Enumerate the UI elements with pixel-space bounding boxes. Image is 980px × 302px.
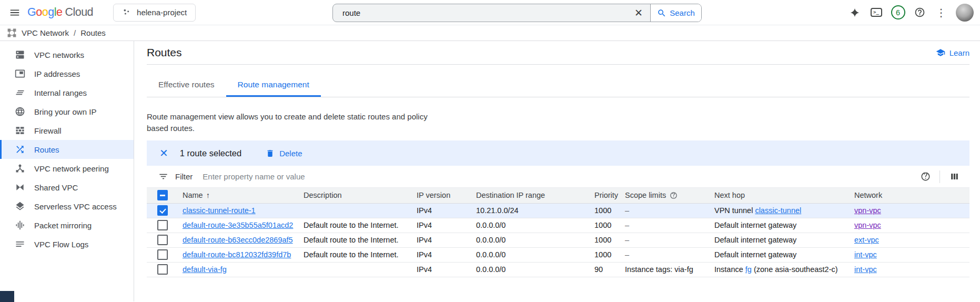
route-scope: Instance tags: via-fg — [619, 262, 708, 277]
menu-icon[interactable] — [4, 2, 25, 23]
sidebar-item-label: Firewall — [34, 126, 62, 135]
next-hop-link[interactable]: fg — [745, 265, 752, 274]
search-button[interactable]: Search — [650, 4, 701, 22]
select-all-checkbox[interactable] — [157, 190, 168, 200]
clear-search-icon[interactable]: ✕ — [630, 5, 647, 22]
sidebar-item-packet-mirroring[interactable]: Packet mirroring — [0, 216, 134, 235]
sidebar-item-serverless-vpc-access[interactable]: Serverless VPC access — [0, 197, 134, 216]
project-selector[interactable]: helena-project — [113, 4, 196, 22]
vpc-network-icon — [7, 28, 17, 38]
breadcrumb-separator: / — [74, 28, 76, 37]
firewall-icon — [15, 125, 25, 136]
selection-bar: ✕ 1 route selected Delete — [147, 140, 969, 166]
help-icon[interactable] — [909, 2, 930, 23]
route-name-link[interactable]: default-route-b63ecc0de2869af5 — [183, 236, 293, 244]
network-link[interactable]: vpn-vpc — [854, 221, 881, 229]
sidebar-item-label: Serverless VPC access — [34, 202, 117, 211]
cloud-shell-icon[interactable]: >_ — [866, 2, 887, 23]
row-checkbox[interactable] — [157, 249, 168, 260]
sidebar-item-label: VPC networks — [34, 51, 84, 59]
network-link[interactable]: int-vpc — [854, 250, 877, 259]
internal-ranges-icon — [15, 87, 25, 98]
logo-letter: o — [36, 6, 42, 18]
tab-route-management[interactable]: Route management — [226, 72, 321, 97]
column-header-dest-range[interactable]: Destination IP range — [470, 188, 588, 203]
more-menu-icon[interactable]: ⋮ — [931, 2, 952, 23]
google-cloud-logo[interactable]: Google Cloud — [27, 6, 93, 19]
sidebar-item-label: Packet mirroring — [34, 221, 92, 230]
page-title: Routes — [147, 46, 182, 59]
route-name-link[interactable]: classic-tunnel-route-1 — [183, 206, 256, 215]
sidebar-item-internal-ranges[interactable]: Internal ranges — [0, 83, 134, 102]
route-description — [297, 262, 410, 277]
route-name-link[interactable]: default-route-3e35b55a5f01acd2 — [183, 221, 293, 229]
user-avatar[interactable] — [956, 4, 974, 22]
gemini-icon[interactable] — [844, 2, 865, 23]
sidebar-item-label: Internal ranges — [34, 88, 87, 97]
route-scope: – — [619, 203, 708, 218]
column-header-priority[interactable]: Priority — [588, 188, 619, 203]
column-header-ip-version[interactable]: IP version — [410, 188, 470, 203]
route-name-link[interactable]: default-route-bc812032fd39fd7b — [183, 250, 291, 259]
row-checkbox[interactable] — [157, 235, 168, 245]
route-next-hop: Default internet gateway — [708, 247, 848, 262]
filter-label: Filter — [175, 172, 193, 181]
route-ip-version: IPv4 — [410, 262, 470, 277]
route-description — [297, 203, 410, 218]
next-hop-link[interactable]: classic-tunnel — [755, 206, 801, 215]
filter-icon — [158, 172, 168, 182]
ip-addresses-icon — [15, 68, 25, 79]
column-display-icon[interactable] — [945, 168, 963, 186]
route-ip-version: IPv4 — [410, 247, 470, 262]
row-checkbox[interactable] — [157, 264, 168, 275]
shared-vpc-icon — [15, 182, 25, 193]
row-checkbox[interactable] — [157, 205, 168, 216]
route-priority: 1000 — [588, 218, 619, 233]
search-input[interactable] — [341, 8, 630, 18]
project-icon — [122, 8, 131, 17]
sidebar-item-vpc-network-peering[interactable]: VPC network peering — [0, 159, 134, 178]
route-description: Default route to the Internet. — [297, 247, 410, 262]
sidebar-item-label: IP addresses — [34, 69, 80, 78]
network-link[interactable]: int-vpc — [854, 265, 877, 274]
tab-effective-routes[interactable]: Effective routes — [147, 72, 226, 97]
sidebar-item-vpc-flow-logs[interactable]: VPC Flow Logs — [0, 235, 134, 254]
main-content: Routes Learn Effective routes Route mana… — [134, 41, 980, 301]
filter-bar: Filter — [147, 166, 969, 188]
sidebar-item-routes[interactable]: Routes — [0, 140, 134, 159]
route-dest-range: 0.0.0.0/0 — [470, 247, 588, 262]
column-header-scope-limits[interactable]: Scope limits — [619, 188, 708, 203]
row-checkbox[interactable] — [157, 220, 168, 230]
filter-help-icon[interactable] — [916, 168, 934, 186]
table-header-row: Name↑ Description IP version Destination… — [147, 188, 969, 203]
sidebar-item-vpc-networks[interactable]: VPC networks — [0, 45, 134, 64]
filter-input[interactable] — [201, 172, 916, 182]
scope-limits-help-icon[interactable] — [670, 192, 678, 199]
column-header-next-hop[interactable]: Next hop — [708, 188, 848, 203]
network-link[interactable]: vpn-vpc — [854, 206, 881, 215]
table-row: default-route-3e35b55a5f01acd2 Default r… — [147, 218, 969, 233]
learn-button[interactable]: Learn — [936, 48, 969, 57]
search-button-label: Search — [670, 8, 695, 17]
sidebar-item-firewall[interactable]: Firewall — [0, 121, 134, 140]
globe-icon — [15, 106, 25, 117]
column-header-network[interactable]: Network — [848, 188, 969, 203]
session-count-badge[interactable]: 6 — [887, 2, 908, 23]
route-ip-version: IPv4 — [410, 203, 470, 218]
route-name-link[interactable]: default-via-fg — [183, 265, 227, 274]
breadcrumb-section[interactable]: VPC Network — [22, 28, 69, 37]
route-ip-version: IPv4 — [410, 218, 470, 233]
column-header-name[interactable]: Name↑ — [176, 188, 297, 203]
route-priority: 1000 — [588, 233, 619, 247]
network-link[interactable]: ext-vpc — [854, 236, 879, 244]
column-header-description[interactable]: Description — [297, 188, 410, 203]
sidebar-item-ip-addresses[interactable]: IP addresses — [0, 64, 134, 83]
clear-selection-icon[interactable]: ✕ — [159, 148, 168, 158]
session-count: 6 — [891, 5, 905, 19]
delete-button[interactable]: Delete — [266, 149, 302, 158]
routes-icon — [15, 144, 25, 155]
sidebar-item-label: VPC Flow Logs — [34, 240, 88, 249]
route-next-hop: VPN tunnel classic-tunnel — [708, 203, 848, 218]
sidebar-item-bring-your-own-ip[interactable]: Bring your own IP — [0, 102, 134, 121]
sidebar-item-shared-vpc[interactable]: Shared VPC — [0, 178, 134, 197]
